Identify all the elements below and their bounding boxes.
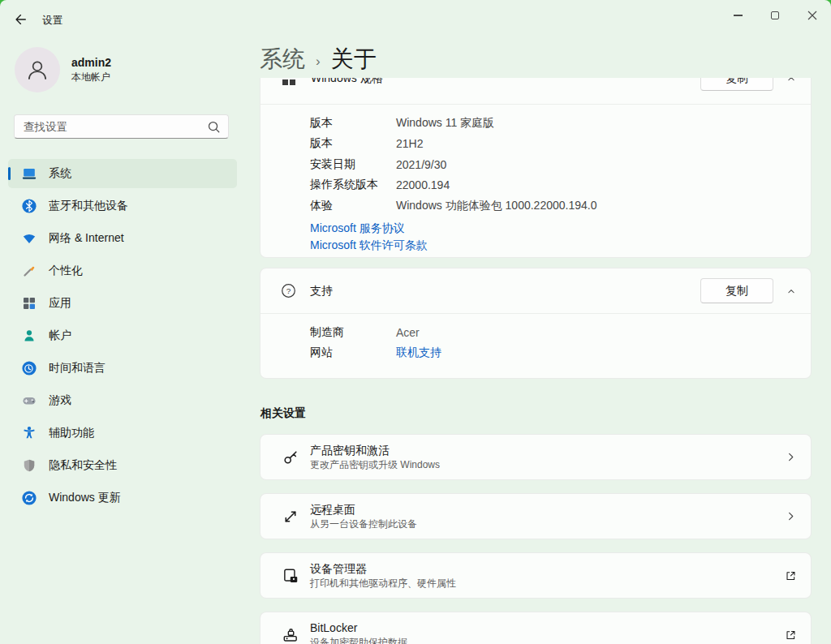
related-item-subtitle: 打印机和其他驱动程序、硬件属性 <box>310 577 456 590</box>
collapse-support-button[interactable] <box>785 286 798 297</box>
external-link-icon <box>784 629 797 642</box>
related-item-product-key[interactable]: 产品密钥和激活 更改产品密钥或升级 Windows <box>260 434 812 480</box>
search-box <box>14 114 229 139</box>
related-item-remote-desktop[interactable]: 远程桌面 从另一台设备控制此设备 <box>260 493 812 539</box>
spec-row: 操作系统版本 22000.194 <box>260 175 811 196</box>
chevron-up-icon <box>786 286 797 297</box>
related-item-bitlocker[interactable]: BitLocker 设备加密帮助保护数据 <box>260 612 812 644</box>
sidebar-item-accounts[interactable]: 帐户 <box>8 321 237 350</box>
apps-icon <box>21 295 37 311</box>
minimize-icon <box>734 15 743 15</box>
svg-text:?: ? <box>286 286 291 295</box>
specs-links: Microsoft 服务协议 Microsoft 软件许可条款 <box>260 220 811 254</box>
sidebar-item-accessibility[interactable]: 辅助功能 <box>8 419 237 448</box>
device-manager-icon <box>282 567 299 585</box>
spec-label: 体验 <box>310 199 396 213</box>
maximize-icon <box>771 11 779 19</box>
spec-value: 22000.194 <box>396 178 450 191</box>
sidebar-item-label: 游戏 <box>49 393 71 408</box>
support-rows: 制造商 Acer 网站 联机支持 <box>260 314 811 363</box>
spec-label: 安装日期 <box>310 157 396 172</box>
sidebar-item-label: 个性化 <box>49 264 83 278</box>
copy-support-button[interactable]: 复制 <box>700 278 773 303</box>
chevron-right-icon <box>785 451 797 463</box>
chevron-right-icon <box>785 510 797 522</box>
external-link-icon <box>784 569 797 582</box>
support-label: 制造商 <box>310 325 396 340</box>
software-license-link[interactable]: Microsoft 软件许可条款 <box>310 237 811 254</box>
collapse-specs-button[interactable] <box>785 78 798 84</box>
privacy-icon <box>21 457 37 474</box>
support-header[interactable]: ? 支持 复制 <box>260 268 811 314</box>
breadcrumb-parent[interactable]: 系统 <box>260 44 305 75</box>
sidebar-item-label: 隐私和安全性 <box>49 458 117 473</box>
user-account-type: 本地帐户 <box>71 71 111 84</box>
sidebar-nav: 系统 蓝牙和其他设备 网络 & Internet 个性化 <box>8 159 237 516</box>
search-input[interactable] <box>15 115 228 138</box>
sidebar-item-network[interactable]: 网络 & Internet <box>8 224 237 253</box>
remote-desktop-icon <box>282 508 299 526</box>
accounts-icon <box>21 328 37 344</box>
search-icon[interactable] <box>206 119 222 135</box>
related-item-title: 设备管理器 <box>310 560 456 577</box>
spec-row: 体验 Windows 功能体验包 1000.22000.194.0 <box>260 195 811 217</box>
back-button[interactable] <box>8 8 32 31</box>
windows-specs-header[interactable]: Windows 规格 复制 <box>260 78 811 105</box>
sidebar-item-label: 辅助功能 <box>49 426 94 440</box>
breadcrumb: 系统 › 关于 <box>260 44 377 75</box>
sidebar-item-label: Windows 更新 <box>49 491 121 505</box>
spec-value: Windows 11 家庭版 <box>396 116 494 131</box>
user-icon <box>25 58 50 82</box>
spec-label: 版本 <box>310 116 396 131</box>
spec-value: 2021/9/30 <box>396 158 446 171</box>
avatar <box>15 47 60 92</box>
accessibility-icon <box>21 425 37 441</box>
selected-indicator <box>8 167 11 180</box>
sidebar-item-personalization[interactable]: 个性化 <box>8 256 237 286</box>
spec-value: Windows 功能体验包 1000.22000.194.0 <box>396 199 596 213</box>
copy-specs-button[interactable]: 复制 <box>700 78 773 91</box>
sidebar-item-label: 蓝牙和其他设备 <box>49 199 128 213</box>
app-title: 设置 <box>42 14 62 28</box>
services-agreement-link[interactable]: Microsoft 服务协议 <box>310 220 811 237</box>
windows-specs-card: Windows 规格 复制 版本 Windows 11 家庭版 版本 21H2 <box>260 78 812 258</box>
sidebar-item-label: 应用 <box>49 296 71 311</box>
sidebar-item-privacy[interactable]: 隐私和安全性 <box>8 451 237 480</box>
close-icon <box>807 11 817 20</box>
support-card: ? 支持 复制 制造商 Acer 网站 联机支持 <box>260 268 812 379</box>
support-label: 网站 <box>310 346 396 360</box>
minimize-button[interactable] <box>719 0 756 31</box>
support-row: 制造商 Acer <box>260 322 811 343</box>
key-icon <box>282 449 299 466</box>
sidebar-item-bluetooth[interactable]: 蓝牙和其他设备 <box>8 191 237 221</box>
sidebar-item-apps[interactable]: 应用 <box>8 289 237 318</box>
user-name: admin2 <box>71 55 111 71</box>
windows-specs-icon <box>281 78 297 87</box>
maximize-button[interactable] <box>756 0 794 31</box>
sidebar-item-label: 帐户 <box>49 328 71 343</box>
sidebar-item-label: 系统 <box>49 166 71 181</box>
user-profile[interactable]: admin2 本地帐户 <box>15 47 111 92</box>
sidebar-item-time-language[interactable]: 时间和语言 <box>8 354 237 383</box>
sidebar-item-system[interactable]: 系统 <box>8 159 237 188</box>
manufacturer-value: Acer <box>396 326 420 339</box>
content-scroll-area[interactable]: Windows 规格 复制 版本 Windows 11 家庭版 版本 21H2 <box>260 78 812 644</box>
related-item-subtitle: 从另一台设备控制此设备 <box>310 517 417 531</box>
online-support-link[interactable]: 联机支持 <box>396 346 441 360</box>
related-item-device-manager[interactable]: 设备管理器 打印机和其他驱动程序、硬件属性 <box>260 552 812 599</box>
settings-window: 设置 admin2 本地帐户 <box>0 0 831 644</box>
spec-value: 21H2 <box>396 137 423 150</box>
window-controls <box>719 0 831 31</box>
related-settings-title: 相关设置 <box>260 405 812 421</box>
sidebar-item-gaming[interactable]: 游戏 <box>8 386 237 415</box>
related-item-subtitle: 更改产品密钥或升级 Windows <box>310 458 440 472</box>
help-icon: ? <box>281 283 296 298</box>
chevron-up-icon <box>786 78 797 84</box>
sidebar-item-windows-update[interactable]: Windows 更新 <box>8 483 237 513</box>
related-item-title: BitLocker <box>310 620 407 636</box>
spec-row: 安装日期 2021/9/30 <box>260 154 811 175</box>
spec-row: 版本 Windows 11 家庭版 <box>260 113 811 134</box>
breadcrumb-separator-icon: › <box>316 49 321 70</box>
close-button[interactable] <box>794 0 831 31</box>
windows-specs-title: Windows 规格 <box>311 78 383 86</box>
